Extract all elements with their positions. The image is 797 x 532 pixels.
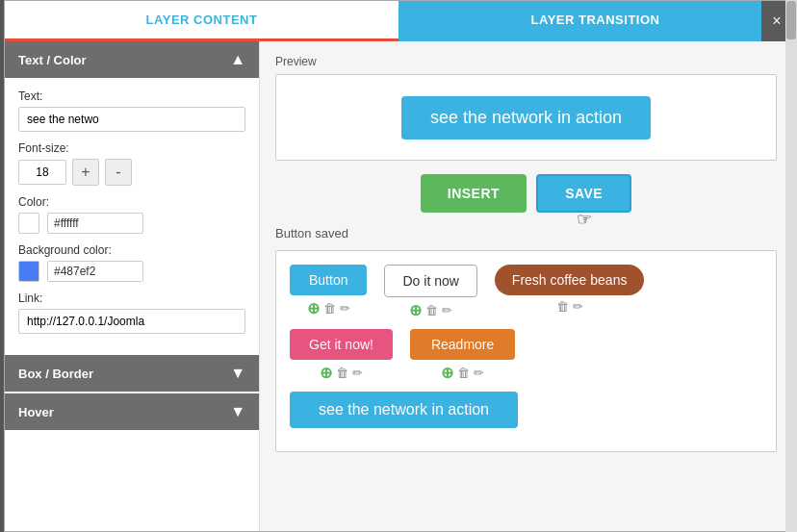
cursor-icon: ☞ (577, 209, 592, 230)
saved-btn-group-orange: Readmore ⊕ 🗑 ✏ (410, 329, 515, 382)
text-input[interactable] (18, 107, 245, 132)
box-border-title: Box / Border (18, 367, 93, 381)
saved-button-outline[interactable]: Do it now (384, 265, 476, 297)
bg-color-row: #487ef2 (18, 261, 245, 282)
left-panel: Text / Color ▲ Text: Font-size: + - Colo… (5, 41, 260, 531)
edit-icon-2[interactable]: ✏ (442, 303, 452, 317)
button-saved-label: Button saved (275, 226, 777, 241)
box-border-section-header[interactable]: Box / Border ▼ (5, 355, 259, 392)
color-label: Color: (18, 195, 245, 209)
tabs-header: LAYER CONTENT LAYER TRANSITION × (5, 1, 792, 41)
preview-label: Preview (275, 55, 777, 68)
saved-button-network[interactable]: see the network in action (290, 392, 518, 428)
save-button-container: SAVE ☞ (536, 174, 631, 213)
btn-actions-4: ⊕ 🗑 ✏ (320, 364, 363, 382)
hover-arrow-icon: ▼ (230, 403, 245, 420)
text-label: Text: (18, 89, 245, 103)
add-icon-4[interactable]: ⊕ (320, 364, 332, 382)
saved-button-blue[interactable]: Button (290, 265, 367, 295)
action-row: INSERT SAVE ☞ (275, 174, 777, 213)
saved-buttons-row-2: Get it now! ⊕ 🗑 ✏ Readmore ⊕ 🗑 ✏ (290, 329, 762, 382)
btn-actions-2: ⊕ 🗑 ✏ (409, 301, 452, 319)
content-area: Text / Color ▲ Text: Font-size: + - Colo… (5, 41, 792, 531)
add-icon-2[interactable]: ⊕ (409, 301, 422, 319)
delete-icon-3[interactable]: 🗑 (556, 299, 569, 314)
saved-btn-group-button: Button ⊕ 🗑 ✏ (290, 265, 367, 317)
saved-button-brown[interactable]: Fresh coffee beans (495, 265, 645, 295)
btn-actions-1: ⊕ 🗑 ✏ (307, 299, 350, 317)
bg-color-hex: #487ef2 (47, 261, 143, 282)
delete-icon-5[interactable]: 🗑 (457, 366, 470, 380)
color-row: #ffffff (18, 213, 245, 234)
saved-btn-group-pink: Get it now! ⊕ 🗑 ✏ (290, 329, 393, 382)
save-button[interactable]: SAVE (536, 174, 631, 213)
delete-icon-4[interactable]: 🗑 (336, 366, 348, 380)
hover-title: Hover (18, 405, 54, 419)
edit-icon-4[interactable]: ✏ (352, 366, 363, 380)
bg-color-label: Background color: (18, 243, 245, 257)
delete-icon-1[interactable]: 🗑 (323, 301, 336, 316)
tab-layer-content[interactable]: LAYER CONTENT (5, 1, 398, 41)
text-color-section-header[interactable]: Text / Color ▲ (5, 41, 259, 78)
saved-buttons-box: Button ⊕ 🗑 ✏ Do it now ⊕ 🗑 ✏ (275, 250, 777, 452)
box-border-arrow-icon: ▼ (230, 365, 245, 382)
saved-btn-group-network: see the network in action (290, 392, 518, 428)
font-size-minus-button[interactable]: - (105, 159, 132, 186)
right-panel: Preview see the network in action INSERT… (260, 41, 792, 531)
text-color-arrow-icon: ▲ (230, 51, 245, 68)
saved-buttons-row-3: see the network in action (290, 392, 762, 428)
add-icon-1[interactable]: ⊕ (307, 299, 320, 317)
hover-section-header[interactable]: Hover ▼ (5, 393, 259, 430)
delete-icon-2[interactable]: 🗑 (425, 303, 438, 317)
edit-icon-1[interactable]: ✏ (340, 301, 350, 316)
preview-button[interactable]: see the network in action (401, 96, 651, 139)
font-size-label: Font-size: (18, 141, 245, 155)
text-color-title: Text / Color (18, 53, 87, 67)
font-size-input[interactable] (18, 160, 66, 185)
btn-actions-3: 🗑 ✏ (556, 299, 583, 314)
saved-buttons-row-1: Button ⊕ 🗑 ✏ Do it now ⊕ 🗑 ✏ (290, 265, 762, 319)
saved-button-pink[interactable]: Get it now! (290, 329, 393, 360)
bg-color-swatch[interactable] (18, 261, 39, 282)
btn-actions-5: ⊕ 🗑 ✏ (441, 364, 484, 382)
saved-button-orange[interactable]: Readmore (410, 329, 515, 360)
scrollbar[interactable] (785, 41, 792, 531)
link-input[interactable] (18, 309, 245, 334)
font-size-plus-button[interactable]: + (72, 159, 99, 186)
tab-layer-transition[interactable]: LAYER TRANSITION (398, 1, 792, 41)
saved-btn-group-coffee: Fresh coffee beans 🗑 ✏ (495, 265, 645, 314)
edit-icon-3[interactable]: ✏ (573, 299, 583, 314)
preview-box: see the network in action (275, 74, 777, 161)
color-hex: #ffffff (47, 213, 143, 234)
font-size-row: + - (18, 159, 245, 186)
edit-icon-5[interactable]: ✏ (474, 366, 484, 380)
insert-button[interactable]: INSERT (421, 174, 527, 213)
saved-btn-group-doitnow: Do it now ⊕ 🗑 ✏ (384, 265, 476, 319)
dialog: LAYER CONTENT LAYER TRANSITION × Text / … (4, 0, 793, 532)
link-label: Link: (18, 291, 245, 305)
text-color-section-body: Text: Font-size: + - Color: #ffffff Back… (5, 78, 259, 355)
color-swatch[interactable] (18, 213, 39, 234)
add-icon-5[interactable]: ⊕ (441, 364, 453, 382)
